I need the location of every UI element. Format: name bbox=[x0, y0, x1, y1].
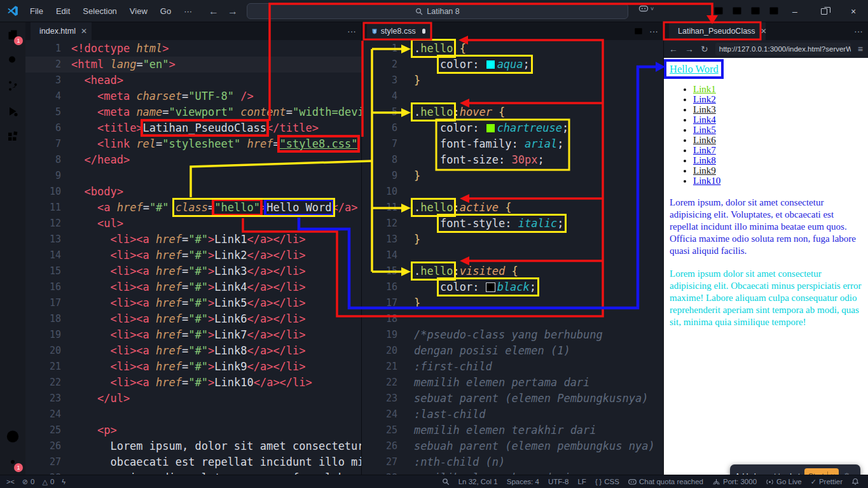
customize-layout-icon[interactable] bbox=[713, 6, 724, 16]
forward-icon[interactable]: → bbox=[228, 6, 238, 17]
code-line[interactable]: 24 bbox=[25, 407, 361, 422]
css-code-editor[interactable]: 1.hello {2 color: aqua;3}45.hello:hover … bbox=[362, 40, 663, 475]
code-line[interactable]: 20dengan posisi elemen (1) bbox=[362, 343, 663, 359]
code-line[interactable]: 5.hello:hover { bbox=[362, 104, 663, 120]
code-line[interactable]: 7 <link rel="stylesheet" href="style8.cs… bbox=[25, 136, 361, 152]
toggle-sidebar-icon[interactable] bbox=[732, 6, 742, 16]
code-line[interactable]: 11 <a href="#" class="hello">Hello Word<… bbox=[25, 200, 361, 216]
sidebar-item-settings[interactable]: 1 bbox=[0, 449, 25, 475]
status-cursor-position[interactable]: Ln 32, Col 1 bbox=[458, 478, 498, 485]
preview-link-link8[interactable]: Link8 bbox=[693, 155, 716, 165]
code-line[interactable]: 24:last-child bbox=[362, 407, 663, 422]
copilot-menu-button[interactable]: ˅ bbox=[638, 4, 654, 13]
code-line[interactable]: 26 Lorem ipsum, dolor sit amet consectet… bbox=[25, 438, 361, 454]
code-line[interactable]: 26sebuah parent (elemen pembungkus nya) bbox=[362, 438, 663, 454]
color-swatch[interactable] bbox=[486, 124, 495, 132]
code-line[interactable]: 1.hello { bbox=[362, 41, 663, 57]
modified-dot-icon[interactable] bbox=[422, 29, 425, 34]
preview-link-link2[interactable]: Link2 bbox=[693, 94, 716, 104]
preview-link-link10[interactable]: Link10 bbox=[693, 176, 720, 186]
code-line[interactable]: 8 </head> bbox=[25, 152, 361, 168]
html-code-editor[interactable]: 1<!doctype html>2<html lang="en">3 <head… bbox=[25, 40, 361, 475]
code-line[interactable]: 19/*pseudo-class yang berhubung bbox=[362, 327, 663, 343]
code-line[interactable]: 12 font-style: italic; bbox=[362, 216, 663, 232]
code-line[interactable]: 15 <li><a href="#">Link3</a></li> bbox=[25, 263, 361, 279]
browser-back-icon[interactable]: ← bbox=[669, 44, 678, 54]
toggle-panel-icon[interactable] bbox=[750, 6, 761, 16]
menu-view[interactable]: View bbox=[124, 4, 153, 18]
code-line[interactable]: 2 color: aqua; bbox=[362, 57, 663, 73]
code-line[interactable]: 23sebuat parent (elemen Pembungkusnya) bbox=[362, 391, 663, 407]
code-line[interactable]: 10 bbox=[362, 184, 663, 200]
preview-link-link9[interactable]: Link9 bbox=[693, 165, 716, 176]
code-line[interactable]: 21:first-child bbox=[362, 359, 663, 375]
status-prettier[interactable]: ✓Prettier bbox=[811, 478, 843, 486]
status-find[interactable] bbox=[442, 478, 450, 485]
restore-button[interactable] bbox=[809, 0, 839, 22]
menu-file[interactable]: File bbox=[24, 4, 49, 18]
status-notifications[interactable] bbox=[851, 478, 859, 485]
code-line[interactable]: 14 bbox=[362, 247, 663, 263]
tab-index-html[interactable]: 5 index.html ✕ bbox=[31, 22, 92, 40]
sidebar-item-search[interactable] bbox=[0, 48, 25, 73]
tab-simple-browser[interactable]: Latihan_PseudoClass ✕ bbox=[669, 22, 766, 40]
status-port[interactable]: Port: 3000 bbox=[712, 478, 757, 485]
status-feedback[interactable]: ϟ bbox=[62, 478, 65, 485]
code-line[interactable]: 11.hello:active { bbox=[362, 200, 663, 216]
code-line[interactable]: 27:nth-child (n) bbox=[362, 454, 663, 470]
status-warnings[interactable]: △0 bbox=[42, 478, 54, 486]
split-editor-icon[interactable] bbox=[634, 27, 643, 36]
status-errors[interactable]: ⊘0 bbox=[22, 478, 35, 486]
code-line[interactable]: 22memilih elemen pertama dari bbox=[362, 375, 663, 391]
code-line[interactable]: 23 </ul> bbox=[25, 391, 361, 407]
code-line[interactable]: 2<html lang="en"> bbox=[25, 57, 361, 73]
code-line[interactable]: 25memilih elemen terakhir dari bbox=[362, 422, 663, 438]
code-line[interactable]: 5 <meta name="viewport" content="width=d… bbox=[25, 104, 361, 120]
browser-forward-icon[interactable]: → bbox=[685, 44, 694, 54]
preview-link-link4[interactable]: Link4 bbox=[693, 115, 716, 125]
preview-link-link7[interactable]: Link7 bbox=[693, 145, 716, 155]
menu-[interactable]: ··· bbox=[178, 4, 198, 18]
status-encoding[interactable]: UTF-8 bbox=[548, 478, 569, 485]
more-actions-icon[interactable]: ··· bbox=[854, 26, 863, 36]
code-line[interactable]: 3} bbox=[362, 73, 663, 88]
menu-go[interactable]: Go bbox=[155, 4, 177, 18]
minimize-button[interactable]: – bbox=[780, 0, 809, 22]
code-line[interactable]: 13} bbox=[362, 232, 663, 247]
code-line[interactable]: 9} bbox=[362, 168, 663, 184]
code-line[interactable]: 16 <li><a href="#">Link4</a></li> bbox=[25, 279, 361, 295]
code-line[interactable]: 13 <li><a href="#">Link1</a></li> bbox=[25, 232, 361, 247]
code-line[interactable]: 1<!doctype html> bbox=[25, 41, 361, 57]
code-line[interactable]: 17 <li><a href="#">Link5</a></li> bbox=[25, 295, 361, 311]
code-line[interactable]: 7 font-family: arial; bbox=[362, 136, 663, 152]
status-language-mode[interactable]: { }CSS bbox=[595, 478, 619, 485]
code-line[interactable]: 9 bbox=[25, 168, 361, 184]
status-remote[interactable]: >< bbox=[6, 478, 15, 485]
code-line[interactable]: 18 <li><a href="#">Link6</a></li> bbox=[25, 311, 361, 327]
preview-link-link6[interactable]: Link6 bbox=[693, 135, 716, 145]
close-icon[interactable]: ✕ bbox=[81, 27, 87, 36]
code-line[interactable]: 25 <p> bbox=[25, 422, 361, 438]
command-center-search[interactable]: Latihan 8 bbox=[247, 3, 628, 19]
code-line[interactable]: 27 obcaecati est repellat incidunt illo … bbox=[25, 454, 361, 470]
browser-menu-icon[interactable]: ≡ bbox=[858, 44, 863, 54]
code-line[interactable]: 4 bbox=[362, 88, 663, 104]
start-button[interactable]: Start ˅ bbox=[804, 468, 839, 475]
code-line[interactable]: 20 <li><a href="#">Link8</a></li> bbox=[25, 343, 361, 359]
code-line[interactable]: 3 <head> bbox=[25, 73, 361, 88]
code-line[interactable]: 6 color: chartreuse; bbox=[362, 120, 663, 136]
more-actions-icon[interactable]: ··· bbox=[649, 26, 658, 36]
code-line[interactable]: 19 <li><a href="#">Link7</a></li> bbox=[25, 327, 361, 343]
preview-hello-link[interactable]: Hello Word bbox=[670, 63, 719, 76]
sidebar-item-accounts[interactable] bbox=[0, 424, 25, 449]
status-indentation[interactable]: Spaces: 4 bbox=[507, 478, 539, 485]
code-line[interactable]: 14 <li><a href="#">Link2</a></li> bbox=[25, 247, 361, 263]
code-line[interactable]: 22 <li><a href="#">Link10</a></li> bbox=[25, 375, 361, 391]
browser-reload-icon[interactable]: ↻ bbox=[701, 44, 708, 54]
preview-link-link3[interactable]: Link3 bbox=[693, 104, 716, 115]
code-line[interactable]: 12 <ul> bbox=[25, 216, 361, 232]
code-line[interactable]: 16 color: black; bbox=[362, 279, 663, 295]
status-go-live[interactable]: Go Live bbox=[766, 478, 802, 485]
preview-link-link5[interactable]: Link5 bbox=[693, 125, 716, 135]
back-icon[interactable]: ← bbox=[209, 6, 219, 17]
